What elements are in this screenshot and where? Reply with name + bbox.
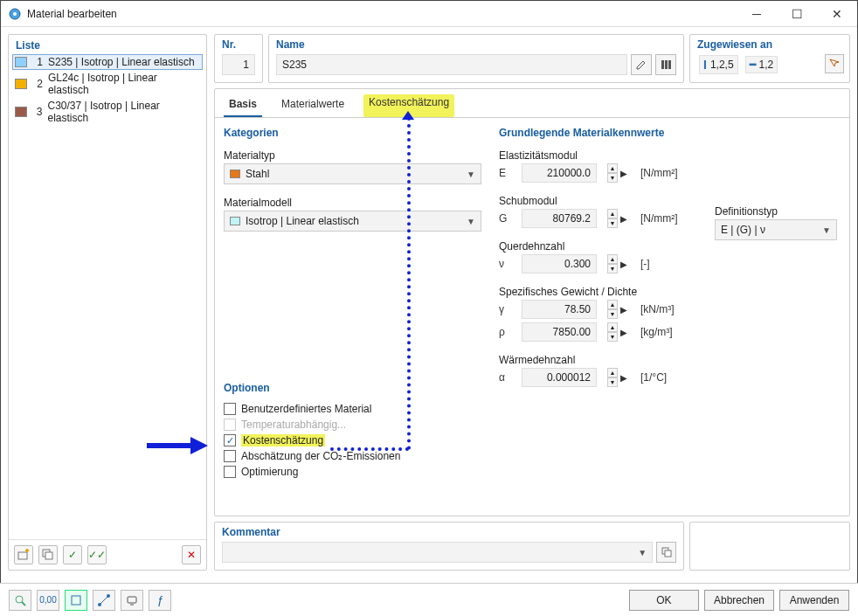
check-list-b-button[interactable]: ✓✓ (87, 545, 107, 564)
chevron-down-icon: ▼ (467, 217, 475, 226)
apply-button[interactable]: Anwenden (779, 590, 849, 611)
rho-value[interactable]: 7850.00 (522, 322, 597, 342)
copy-item-button[interactable] (38, 545, 58, 564)
alpha-spinner[interactable]: ▲▼ (607, 368, 618, 387)
option-cost-estimation[interactable]: Kostenschätzung (224, 433, 481, 448)
option-optimization[interactable]: Optimierung (224, 464, 481, 480)
list-item[interactable]: 1S235 | Isotrop | Linear elastisch (12, 54, 203, 70)
color-swatch (15, 57, 27, 67)
emod-label: Elastizitätsmodul (499, 149, 841, 162)
nu-value[interactable]: 0.300 (522, 254, 597, 273)
window-title: Material bearbeiten (27, 8, 737, 20)
list-item[interactable]: 2GL24c | Isotrop | Linear elastisch (12, 70, 203, 98)
nu-symbol: ν (499, 258, 516, 270)
e-value[interactable]: 210000.0 (522, 163, 597, 183)
tool-search-button[interactable] (9, 590, 31, 611)
nu-spinner[interactable]: ▲▼ (607, 254, 618, 273)
tool-decimal-button[interactable]: 0,00 (37, 590, 59, 611)
g-goto[interactable]: ▶ (618, 209, 630, 228)
gamma-spinner[interactable]: ▲▼ (607, 300, 618, 319)
model-combo[interactable]: Isotrop | Linear elastisch ▼ (224, 211, 481, 232)
materialtype-swatch (230, 170, 240, 178)
g-spinner[interactable]: ▲▼ (607, 209, 618, 228)
option-co2[interactable]: Abschätzung der CO₂-Emissionen (224, 448, 481, 464)
tool-function-button[interactable]: ƒ (149, 590, 171, 611)
color-swatch (15, 107, 27, 117)
svg-rect-2 (18, 552, 27, 559)
chevron-down-icon: ▼ (822, 225, 831, 235)
list-item[interactable]: 3C30/37 | Isotrop | Linear elastisch (12, 98, 203, 126)
rho-goto[interactable]: ▶ (618, 322, 630, 342)
ibeam-icon: I (703, 58, 707, 72)
checkbox-icon[interactable] (224, 450, 236, 462)
svg-rect-4 (45, 552, 52, 559)
svg-rect-14 (128, 597, 136, 603)
tab-basis[interactable]: Basis (224, 94, 262, 117)
edit-name-button[interactable] (631, 54, 652, 75)
poisson-label: Querdehnzahl (499, 240, 841, 253)
ok-button[interactable]: OK (629, 590, 699, 611)
definition-type-value: E | (G) | ν (721, 224, 822, 236)
alpha-symbol: α (499, 371, 516, 384)
bar-icon: ━ (750, 59, 756, 71)
model-value: Isotrop | Linear elastisch (246, 215, 467, 227)
add-item-button[interactable] (14, 545, 33, 564)
definition-type-block: Definitionstyp E | (G) | ν ▼ (715, 202, 837, 240)
comment-input[interactable]: ▼ (222, 542, 653, 563)
e-spinner[interactable]: ▲▼ (607, 163, 618, 183)
checkbox-checked-icon[interactable] (224, 434, 236, 446)
close-button[interactable]: ✕ (817, 1, 857, 27)
materialtype-combo[interactable]: Stahl ▼ (224, 163, 481, 184)
svg-point-10 (16, 596, 23, 603)
g-symbol: G (499, 212, 516, 225)
assigned-item: 1,2,5 (710, 59, 734, 71)
g-value[interactable]: 80769.2 (522, 209, 597, 228)
option-user-material[interactable]: Benutzerdefiniertes Material (224, 401, 481, 417)
gamma-goto[interactable]: ▶ (618, 300, 630, 319)
checkbox-icon (224, 419, 236, 431)
e-unit: [N/mm²] (640, 167, 693, 179)
assigned-select-button[interactable] (825, 54, 844, 73)
library-button[interactable] (655, 54, 676, 75)
tool-geometry-button[interactable] (65, 590, 87, 611)
cancel-button[interactable]: Abbrechen (704, 590, 774, 611)
svg-point-12 (98, 603, 101, 606)
app-icon (8, 7, 22, 21)
svg-point-13 (107, 594, 110, 598)
color-swatch (15, 79, 27, 89)
list-item-label: S235 | Isotrop | Linear elastisch (48, 56, 195, 68)
e-symbol: E (499, 167, 516, 179)
rho-spinner[interactable]: ▲▼ (607, 322, 618, 342)
alpha-value[interactable]: 0.000012 (522, 368, 597, 387)
chevron-down-icon[interactable]: ▼ (638, 548, 647, 557)
maximize-button[interactable]: ☐ (777, 1, 817, 27)
name-value[interactable]: S235 (276, 54, 627, 75)
nr-label: Nr. (222, 38, 255, 51)
annotation-dotted-tip (402, 111, 414, 120)
checkbox-icon[interactable] (224, 403, 236, 415)
material-list[interactable]: 1S235 | Isotrop | Linear elastisch2GL24c… (9, 54, 206, 539)
minimize-button[interactable]: ─ (737, 1, 777, 27)
model-label: Materialmodell (224, 197, 481, 209)
comment-side-box (689, 522, 850, 571)
categories-title: Kategorien (224, 127, 481, 139)
checkbox-icon[interactable] (224, 466, 236, 478)
nu-goto[interactable]: ▶ (618, 254, 630, 273)
materialtype-label: Materialtyp (224, 149, 481, 162)
tool-node-button[interactable] (93, 590, 115, 611)
tabs: Basis Materialwerte Kostenschätzung (215, 89, 849, 118)
delete-item-button[interactable]: ✕ (182, 545, 201, 564)
definition-type-combo[interactable]: E | (G) | ν ▼ (715, 219, 837, 240)
comment-copy-button[interactable] (656, 542, 676, 563)
svg-rect-9 (665, 550, 671, 557)
svg-rect-5 (661, 60, 664, 69)
list-item-index: 1 (32, 56, 43, 68)
tab-materialwerte[interactable]: Materialwerte (276, 94, 349, 117)
e-goto[interactable]: ▶ (618, 163, 630, 183)
check-list-a-button[interactable]: ✓ (63, 545, 82, 564)
name-box: Name S235 (268, 34, 684, 83)
alpha-goto[interactable]: ▶ (618, 368, 630, 387)
assigned-values: I1,2,5 ━1,2 (697, 54, 842, 75)
gamma-value[interactable]: 78.50 (522, 300, 597, 319)
tool-display-button[interactable] (121, 590, 143, 611)
